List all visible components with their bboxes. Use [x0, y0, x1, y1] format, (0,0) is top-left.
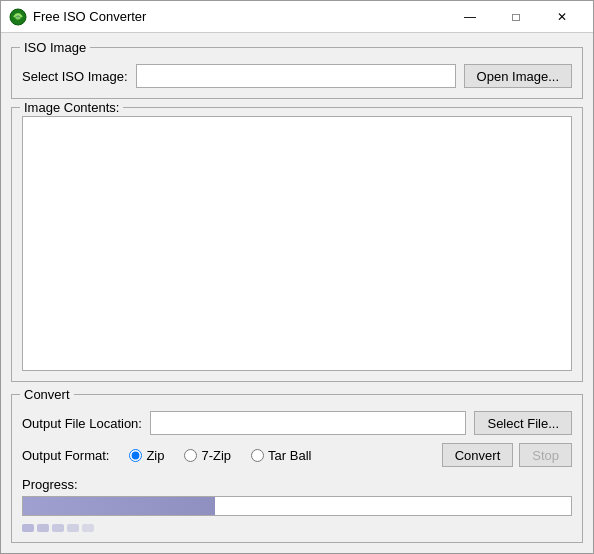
format-zip-radio[interactable]	[129, 449, 142, 462]
svg-point-1	[16, 14, 21, 19]
progress-bar-fill	[23, 497, 215, 515]
open-image-button[interactable]: Open Image...	[464, 64, 572, 88]
format-7zip-label: 7-Zip	[201, 448, 231, 463]
minimize-button[interactable]: —	[447, 1, 493, 33]
progress-dot-3	[52, 524, 64, 532]
output-format-row: Output Format: Zip 7-Zip Tar Ball	[22, 443, 572, 467]
format-radio-group: Zip 7-Zip Tar Ball	[129, 448, 433, 463]
iso-image-group-title: ISO Image	[20, 40, 90, 55]
main-window: Free ISO Converter — □ ✕ ISO Image Selec…	[0, 0, 594, 554]
close-button[interactable]: ✕	[539, 1, 585, 33]
format-tarball-label: Tar Ball	[268, 448, 311, 463]
window-title: Free ISO Converter	[33, 9, 447, 24]
format-tarball-radio[interactable]	[251, 449, 264, 462]
progress-bar-container	[22, 496, 572, 516]
output-location-label: Output File Location:	[22, 416, 142, 431]
maximize-button[interactable]: □	[493, 1, 539, 33]
window-controls: — □ ✕	[447, 1, 585, 33]
format-7zip-radio[interactable]	[184, 449, 197, 462]
select-iso-label: Select ISO Image:	[22, 69, 128, 84]
stop-button[interactable]: Stop	[519, 443, 572, 467]
convert-group-title: Convert	[20, 387, 74, 402]
image-contents-group: Image Contents:	[11, 107, 583, 382]
progress-section: Progress:	[22, 477, 572, 532]
window-body: ISO Image Select ISO Image: Open Image..…	[1, 33, 593, 553]
progress-dots	[22, 524, 572, 532]
output-location-input[interactable]	[150, 411, 467, 435]
progress-label: Progress:	[22, 477, 572, 492]
image-contents-box	[22, 116, 572, 371]
format-7zip-option[interactable]: 7-Zip	[184, 448, 231, 463]
app-icon	[9, 8, 27, 26]
select-iso-row: Select ISO Image: Open Image...	[22, 64, 572, 88]
title-bar: Free ISO Converter — □ ✕	[1, 1, 593, 33]
progress-dot-2	[37, 524, 49, 532]
format-zip-label: Zip	[146, 448, 164, 463]
output-format-label: Output Format:	[22, 448, 109, 463]
select-file-button[interactable]: Select File...	[474, 411, 572, 435]
format-zip-option[interactable]: Zip	[129, 448, 164, 463]
progress-dot-4	[67, 524, 79, 532]
image-contents-title: Image Contents:	[20, 100, 123, 115]
output-location-row: Output File Location: Select File...	[22, 411, 572, 435]
iso-image-group: ISO Image Select ISO Image: Open Image..…	[11, 47, 583, 99]
iso-image-input[interactable]	[136, 64, 456, 88]
convert-button[interactable]: Convert	[442, 443, 514, 467]
action-buttons: Convert Stop	[442, 443, 572, 467]
convert-group: Convert Output File Location: Select Fil…	[11, 394, 583, 543]
progress-dot-1	[22, 524, 34, 532]
progress-dot-5	[82, 524, 94, 532]
format-tarball-option[interactable]: Tar Ball	[251, 448, 311, 463]
